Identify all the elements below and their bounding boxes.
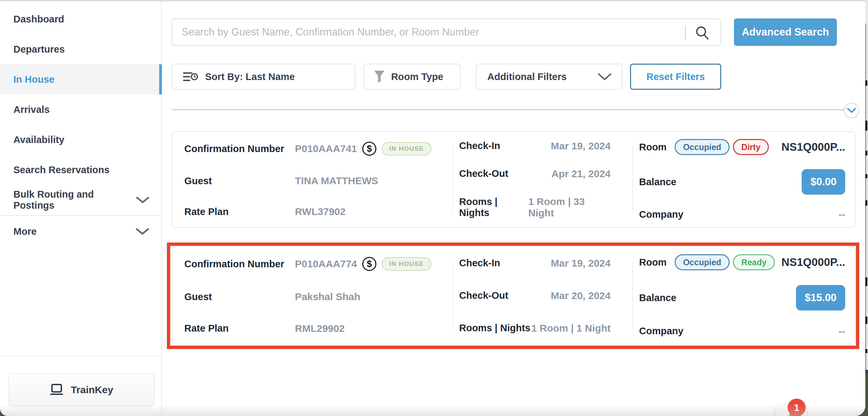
check-in-label: Check-In <box>459 140 500 151</box>
screen-edge-mark <box>865 349 867 353</box>
card-column-divider <box>453 147 453 212</box>
laptop-icon <box>50 384 64 396</box>
sidebar-item-label: More <box>13 226 36 237</box>
check-out-label: Check-Out <box>459 168 508 179</box>
sidebar-item-in-house[interactable]: In House <box>0 64 162 94</box>
screen-edge-mark <box>865 151 867 155</box>
reservation-card[interactable]: Confirmation Number P010AAA774 $ IN HOUS… <box>172 246 856 345</box>
room-number: NS1Q000P... <box>781 256 845 268</box>
reset-filters-button[interactable]: Reset Filters <box>630 64 721 90</box>
card-column-divider <box>632 147 633 212</box>
check-out-date: Apr 21, 2024 <box>551 168 611 180</box>
sidebar-item-arrivals[interactable]: Arrivals <box>0 94 162 125</box>
sidebar-item-label: In House <box>13 74 54 85</box>
search-input[interactable] <box>182 19 678 45</box>
housekeeping-status-badge: Dirty <box>733 139 769 155</box>
screen-edge-accent <box>865 370 868 374</box>
search-bar <box>172 19 721 46</box>
rooms-nights-value: 1 Room | 33 Night <box>528 196 611 219</box>
trainkey-label: TrainKey <box>71 384 113 395</box>
balance-label: Balance <box>639 177 676 188</box>
funnel-icon <box>374 70 385 84</box>
screen-edge-mark <box>865 174 867 178</box>
dollar-icon[interactable]: $ <box>362 257 376 271</box>
balance-button[interactable]: $0.00 <box>802 169 845 195</box>
room-label: Room <box>639 257 666 268</box>
sidebar-item-bulk-routing[interactable]: Bulk Routing and Postings <box>0 185 162 215</box>
rate-plan-value: RML29902 <box>295 323 344 334</box>
check-out-label: Check-Out <box>459 290 508 301</box>
in-house-status-badge: IN HOUSE <box>382 142 431 155</box>
sort-by-button[interactable]: Sort By: Last Name <box>172 64 355 90</box>
app-window: Dashboard Departures In House Arrivals A… <box>0 0 865 416</box>
rooms-nights-value: 1 Room | 1 Night <box>531 323 611 334</box>
chevron-down-icon <box>136 228 149 235</box>
sidebar-divider <box>0 215 162 216</box>
sidebar-item-departures[interactable]: Departures <box>0 34 162 64</box>
screen-edge-mark <box>865 81 867 86</box>
room-number: NS1Q000P... <box>781 141 845 153</box>
trainkey-button[interactable]: TrainKey <box>8 373 155 407</box>
sidebar-item-search-reservations[interactable]: Search Reservations <box>0 155 162 185</box>
sidebar-footer-divider <box>0 356 162 356</box>
company-value: -- <box>838 209 845 220</box>
company-label: Company <box>639 209 683 220</box>
rooms-nights-label: Rooms | Nights <box>459 196 528 218</box>
sidebar: Dashboard Departures In House Arrivals A… <box>0 1 162 416</box>
balance-label: Balance <box>639 292 676 303</box>
rooms-nights-label: Rooms | Nights <box>459 323 530 333</box>
sidebar-item-label: Bulk Routing and Postings <box>13 189 136 211</box>
guest-label: Guest <box>184 291 295 302</box>
reservation-card[interactable]: Confirmation Number P010AAA741 $ IN HOUS… <box>172 131 856 228</box>
room-status-badge: Occupied <box>675 254 730 270</box>
screen-edge-mark <box>865 200 867 206</box>
screen-edge-mark <box>865 317 867 324</box>
advanced-search-button[interactable]: Advanced Search <box>734 19 837 46</box>
search-icon[interactable] <box>694 25 710 40</box>
card-column-divider <box>453 262 453 329</box>
check-in-date: Mar 19, 2024 <box>551 258 611 269</box>
room-status-badge: Occupied <box>675 139 730 155</box>
room-type-filter-button[interactable]: Room Type <box>364 64 461 90</box>
balance-button[interactable]: $15.00 <box>796 285 845 311</box>
sort-icon <box>183 71 198 83</box>
check-out-date: Mar 20, 2024 <box>551 290 611 301</box>
chevron-down-icon <box>597 73 612 81</box>
company-value: -- <box>838 326 845 337</box>
screen-edge-mark <box>865 277 867 286</box>
chat-app-icon[interactable]: 1 <box>775 405 807 416</box>
sidebar-item-label: Departures <box>13 44 65 55</box>
sidebar-item-label: Arrivals <box>13 104 50 115</box>
room-label: Room <box>639 142 666 153</box>
sidebar-item-availability[interactable]: Availability <box>0 125 162 155</box>
confirmation-number-label: Confirmation Number <box>184 143 295 154</box>
search-divider <box>685 26 686 40</box>
additional-filters-label: Additional Filters <box>487 71 567 83</box>
check-in-date: Mar 19, 2024 <box>551 140 611 152</box>
sort-by-label: Sort By: Last Name <box>205 71 295 83</box>
collapse-toggle[interactable] <box>844 103 859 118</box>
room-type-label: Room Type <box>391 71 443 83</box>
sidebar-item-label: Search Reservations <box>13 164 110 175</box>
additional-filters-dropdown[interactable]: Additional Filters <box>476 64 622 90</box>
rate-plan-label: Rate Plan <box>184 323 295 334</box>
sidebar-item-label: Availability <box>13 134 64 146</box>
sidebar-item-label: Dashboard <box>13 14 64 25</box>
chevron-down-icon <box>136 196 149 204</box>
rate-plan-value: RWL37902 <box>295 206 345 217</box>
card-column-divider <box>632 262 633 329</box>
notification-badge: 1 <box>787 398 806 416</box>
sidebar-item-dashboard[interactable]: Dashboard <box>0 4 162 34</box>
guest-label: Guest <box>184 175 295 187</box>
confirmation-number-value: P010AAA774 <box>295 258 357 269</box>
in-house-status-badge: IN HOUSE <box>382 257 431 270</box>
content-divider <box>172 109 844 110</box>
sidebar-item-more[interactable]: More <box>0 216 162 247</box>
dollar-icon[interactable]: $ <box>362 142 376 156</box>
confirmation-number-label: Confirmation Number <box>184 259 295 269</box>
screen-edge-mark <box>865 121 867 131</box>
company-label: Company <box>639 326 683 337</box>
check-in-label: Check-In <box>459 258 500 268</box>
guest-name: TINA MATTHEWS <box>295 175 378 187</box>
chevron-down-icon <box>847 107 856 114</box>
